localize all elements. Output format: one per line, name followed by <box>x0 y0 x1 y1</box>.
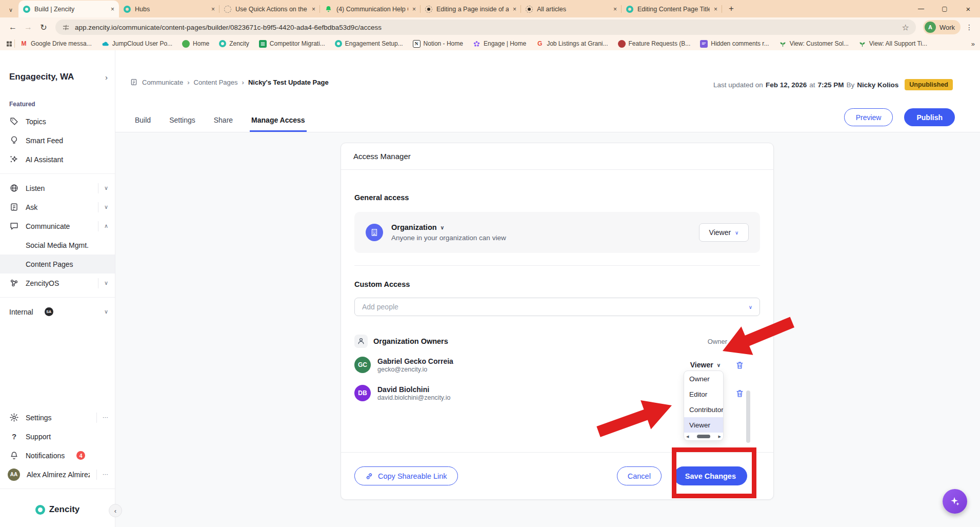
dropdown-hscrollbar[interactable]: ◀ ▶ <box>684 433 723 440</box>
member-role-select[interactable]: Viewer ∨ <box>690 361 721 369</box>
notifications-count-badge: 4 <box>76 451 85 460</box>
address-bar[interactable]: app.zencity.io/communicate/content-pages… <box>55 19 916 35</box>
browser-tab[interactable]: Build | Zencity × <box>18 1 119 17</box>
assistant-fab-button[interactable] <box>943 489 967 514</box>
sidebar-item-internal[interactable]: Internal SA ∨ <box>0 302 115 321</box>
sidebar-collapse-button[interactable]: ‹ <box>109 504 122 517</box>
bookmark-item[interactable]: Feature Requests (B... <box>618 40 691 48</box>
general-role-select[interactable]: Viewer ∨ <box>699 223 749 242</box>
browser-menu-icon[interactable]: ⋮ <box>964 23 975 31</box>
chevron-down-icon[interactable]: ∨ <box>749 304 752 310</box>
bookmark-item[interactable]: NNotion - Home <box>413 40 463 48</box>
bookmark-item[interactable]: GJob Listings at Grani... <box>536 40 608 48</box>
dropdown-option-viewer[interactable]: Viewer <box>684 417 723 433</box>
delete-member-icon[interactable] <box>735 360 745 370</box>
bulb-icon <box>9 135 19 145</box>
sidebar-item-smart-feed[interactable]: Smart Feed <box>0 131 115 150</box>
browser-tab[interactable]: Editing Content Page Titles and × <box>622 1 722 17</box>
breadcrumb-item[interactable]: Communicate <box>142 79 183 86</box>
chevron-down-icon[interactable]: ∨ <box>441 225 444 230</box>
browser-tab[interactable]: Editing a Page inside of an Eng × <box>421 1 521 17</box>
chevron-up-icon[interactable]: ∧ <box>104 223 108 229</box>
tab-manage-access[interactable]: Manage Access <box>250 116 307 132</box>
close-window-button[interactable]: × <box>956 0 980 17</box>
add-people-field[interactable]: ∨ <box>354 298 760 316</box>
reload-button[interactable]: ↻ <box>36 19 51 35</box>
browser-tab-strip: ∨ Build | Zencity × Hubs × Use Quick Act… <box>0 0 980 17</box>
sidebar-item-communicate[interactable]: Communicate ∧ <box>0 217 115 236</box>
general-access-heading: General access <box>354 193 760 202</box>
hscroll-thumb[interactable] <box>697 435 710 438</box>
browser-tab[interactable]: (4) Communication Help Cente × <box>320 1 421 17</box>
delete-member-icon[interactable] <box>735 388 745 398</box>
browser-tab[interactable]: Use Quick Actions on the Activ × <box>219 1 320 17</box>
bookmark-item[interactable]: Zencity <box>219 40 249 47</box>
bookmark-item[interactable]: View: Customer Sol... <box>779 40 849 48</box>
chevron-down-icon[interactable]: ∨ <box>104 308 108 315</box>
tab-search-button[interactable]: ∨ <box>4 3 17 16</box>
apps-grid-icon[interactable] <box>5 40 13 48</box>
tab-close-icon[interactable]: × <box>513 6 516 13</box>
maximize-button[interactable]: ▢ <box>933 0 956 17</box>
bookmark-item[interactable]: Engagement Setup... <box>335 40 403 47</box>
sidebar-item-ask[interactable]: Ask ∨ <box>0 198 115 217</box>
bookmark-item[interactable]: MGoogle Drive messa... <box>20 40 92 48</box>
tab-close-icon[interactable]: × <box>412 6 416 13</box>
bookmark-star-icon[interactable]: ☆ <box>902 23 909 32</box>
sidebar-item-social-media[interactable]: Social Media Mgmt. <box>0 236 115 255</box>
tab-build[interactable]: Build <box>133 116 152 132</box>
sidebar-item-content-pages[interactable]: Content Pages <box>0 255 115 274</box>
sidebar-item-listen[interactable]: Listen ∨ <box>0 179 115 198</box>
bookmarks-overflow-icon[interactable]: » <box>971 40 975 48</box>
minimize-button[interactable]: — <box>909 0 933 17</box>
sidebar-item-notifications[interactable]: Notifications 4 <box>0 446 115 465</box>
chevron-down-icon[interactable]: ∨ <box>104 280 108 286</box>
sidebar-item-user[interactable]: AA Alex Almirez Almirez ⋯ <box>0 465 115 484</box>
tab-close-icon[interactable]: × <box>312 6 315 13</box>
dropdown-option-owner[interactable]: Owner <box>684 371 723 386</box>
copy-link-button[interactable]: Copy Shareable Link <box>354 466 458 485</box>
publish-button[interactable]: Publish <box>904 108 955 126</box>
bookmark-item[interactable]: View: All Support Ti... <box>858 40 927 48</box>
browser-tab[interactable]: All articles × <box>521 1 622 17</box>
sidebar-item-settings[interactable]: Settings ⋯ <box>0 408 115 427</box>
chevron-down-icon[interactable]: ∨ <box>104 185 108 191</box>
sidebar-item-ai-assistant[interactable]: AI Assistant <box>0 150 115 169</box>
scroll-right-icon[interactable]: ▶ <box>718 435 721 439</box>
tab-close-icon[interactable]: × <box>111 6 114 13</box>
organization-label[interactable]: Organization <box>391 223 437 231</box>
bookmark-item[interactable]: Hidden comments r... <box>700 40 769 48</box>
preview-button[interactable]: Preview <box>844 108 893 126</box>
bookmark-item[interactable]: Engage | Home <box>473 40 526 48</box>
tab-share[interactable]: Share <box>212 116 234 132</box>
scroll-left-icon[interactable]: ◀ <box>686 435 689 439</box>
sidebar-item-support[interactable]: ? Support <box>0 427 115 446</box>
back-button[interactable]: ← <box>5 19 21 35</box>
bookmark-item[interactable]: Competitor Migrati... <box>259 40 325 48</box>
breadcrumb-item[interactable]: Content Pages <box>194 79 238 86</box>
bookmark-item[interactable]: JumpCloud User Po... <box>102 40 172 48</box>
tab-close-icon[interactable]: × <box>211 6 215 13</box>
add-people-input[interactable] <box>362 303 745 311</box>
tab-close-icon[interactable]: × <box>714 6 717 13</box>
new-tab-button[interactable]: + <box>724 2 738 16</box>
forward-button[interactable]: → <box>21 19 36 35</box>
sidebar-item-zencityos[interactable]: ZencityOS ∨ <box>0 274 115 292</box>
tab-close-icon[interactable]: × <box>613 6 617 13</box>
more-icon[interactable]: ⋯ <box>103 471 108 478</box>
tab-settings[interactable]: Settings <box>168 116 197 132</box>
url-text[interactable]: app.zencity.io/communicate/content-pages… <box>75 24 897 31</box>
cancel-button[interactable]: Cancel <box>617 466 662 485</box>
site-settings-icon[interactable] <box>62 24 70 31</box>
org-switcher[interactable]: Engagecity, WA › <box>0 72 115 82</box>
list-vscrollbar-thumb[interactable] <box>746 391 750 443</box>
sidebar-item-topics[interactable]: Topics <box>0 112 115 131</box>
browser-profile-chip[interactable]: A Work <box>923 20 961 34</box>
chevron-right-icon[interactable]: › <box>105 73 108 82</box>
dropdown-option-editor[interactable]: Editor <box>684 386 723 402</box>
dropdown-option-contributor[interactable]: Contributor <box>684 402 723 417</box>
bookmark-item[interactable]: Home <box>182 40 209 48</box>
chevron-down-icon[interactable]: ∨ <box>104 204 108 210</box>
more-icon[interactable]: ⋯ <box>103 414 108 421</box>
browser-tab[interactable]: Hubs × <box>119 1 219 17</box>
